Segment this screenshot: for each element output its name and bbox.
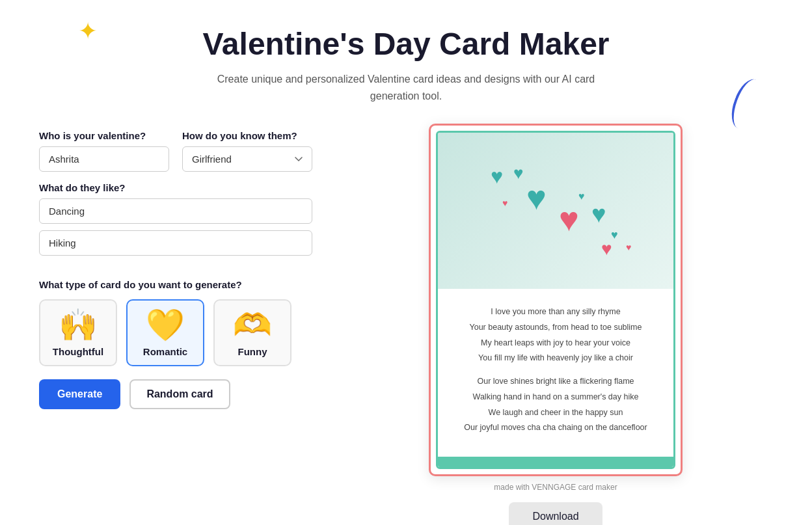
likes-inputs xyxy=(39,198,312,256)
svg-text:♥: ♥ xyxy=(559,200,579,238)
valentine-group: Who is your valentine? xyxy=(39,130,169,172)
card-text-section: I love you more than any silly rhyme You… xyxy=(438,289,673,457)
card-inner: ♥ ♥ ♥ ♥ ♥ ♥ ♥ ♥ ♥ ♥ xyxy=(436,131,675,469)
svg-text:♥: ♥ xyxy=(578,191,585,202)
card-type-funny[interactable]: 🫶 Funny xyxy=(213,299,291,366)
svg-text:♥: ♥ xyxy=(526,179,547,217)
svg-text:♥: ♥ xyxy=(513,163,523,183)
likes-group: What do they like? xyxy=(39,182,312,269)
form-row-top: Who is your valentine? How do you know t… xyxy=(39,130,312,172)
card-type-thoughtful[interactable]: 🙌 Thoughtful xyxy=(39,299,117,366)
download-button[interactable]: Download xyxy=(509,502,602,525)
poem-line4: You fill my life with heavenly joy like … xyxy=(478,353,633,362)
page-subtitle: Create unique and personalized Valentine… xyxy=(211,71,601,104)
poem-line2: Your beauty astounds, from head to toe s… xyxy=(470,323,642,332)
thoughtful-label: Thoughtful xyxy=(53,346,103,357)
poem-stanza1: I love you more than any silly rhyme You… xyxy=(457,304,654,366)
romantic-label: Romantic xyxy=(143,346,187,357)
poem-line1: I love you more than any silly rhyme xyxy=(491,307,620,316)
decorative-star: ✦ xyxy=(78,20,98,43)
valentine-input[interactable] xyxy=(39,146,169,172)
like2-input[interactable] xyxy=(39,230,312,256)
funny-label: Funny xyxy=(238,346,267,357)
svg-text:♥: ♥ xyxy=(491,165,503,188)
card-type-label: What type of card do you want to generat… xyxy=(39,279,312,290)
poem-line7: We laugh and cheer in the happy sun xyxy=(489,408,623,417)
generate-button[interactable]: Generate xyxy=(39,379,120,409)
poem-line8: Our joyful moves cha cha chaing on the d… xyxy=(464,423,647,432)
svg-text:♥: ♥ xyxy=(601,239,612,259)
funny-emoji: 🫶 xyxy=(233,310,272,341)
relationship-select[interactable]: Girlfriend Boyfriend Partner Friend Fami… xyxy=(182,146,312,172)
thoughtful-emoji: 🙌 xyxy=(59,310,98,341)
svg-text:♥: ♥ xyxy=(591,200,606,228)
poem-line3: My heart leaps with joy to hear your voi… xyxy=(481,338,630,347)
form-section: Who is your valentine? How do you know t… xyxy=(39,124,312,409)
poem-line6: Walking hand in hand on a summer's day h… xyxy=(473,392,639,401)
card-preview-section: ♥ ♥ ♥ ♥ ♥ ♥ ♥ ♥ ♥ ♥ xyxy=(338,124,773,525)
card-type-section: What type of card do you want to generat… xyxy=(39,279,312,366)
random-button[interactable]: Random card xyxy=(129,379,230,409)
svg-text:♥: ♥ xyxy=(502,198,508,208)
like1-input[interactable] xyxy=(39,198,312,224)
download-btn-wrap: Download xyxy=(509,502,602,525)
card-watermark: made with VENNGAGE card maker xyxy=(494,483,617,492)
card-outer: ♥ ♥ ♥ ♥ ♥ ♥ ♥ ♥ ♥ ♥ xyxy=(429,124,683,476)
hearts-svg: ♥ ♥ ♥ ♥ ♥ ♥ ♥ ♥ ♥ ♥ xyxy=(465,154,647,271)
page-title: Valentine's Day Card Maker xyxy=(13,26,799,62)
svg-text:♥: ♥ xyxy=(626,242,631,252)
relationship-label: How do you know them? xyxy=(182,130,312,141)
likes-label: What do they like? xyxy=(39,182,312,193)
valentine-label: Who is your valentine? xyxy=(39,130,169,141)
card-type-romantic[interactable]: 💛 Romantic xyxy=(126,299,204,366)
poem-stanza2: Our love shines bright like a flickering… xyxy=(457,374,654,436)
main-layout: Who is your valentine? How do you know t… xyxy=(0,124,812,525)
card-footer xyxy=(438,457,673,467)
page-header: Valentine's Day Card Maker Create unique… xyxy=(0,0,812,124)
card-types-container: 🙌 Thoughtful 💛 Romantic 🫶 Funny xyxy=(39,299,312,366)
action-buttons: Generate Random card xyxy=(39,379,312,409)
romantic-emoji: 💛 xyxy=(146,310,185,341)
card-hearts-section: ♥ ♥ ♥ ♥ ♥ ♥ ♥ ♥ ♥ ♥ xyxy=(438,133,673,289)
relationship-group: How do you know them? Girlfriend Boyfrie… xyxy=(182,130,312,172)
poem-line5: Our love shines bright like a flickering… xyxy=(477,377,634,386)
